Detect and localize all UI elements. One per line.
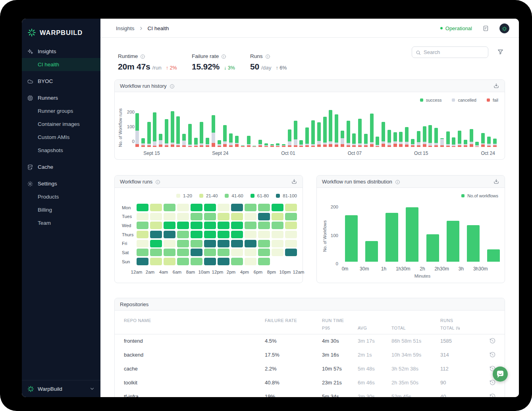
- sidebar-nav: InsightsCI healthBYOCRunnersRunner group…: [22, 45, 100, 230]
- legend-item-81-100: 81-100: [276, 193, 297, 198]
- heatmap-cell: [191, 240, 202, 247]
- info-icon[interactable]: [221, 54, 226, 59]
- sidebar-item-custom-amis[interactable]: Custom AMIs: [22, 131, 100, 144]
- bar-segment-success: [329, 110, 332, 141]
- heatmap-cell: [245, 258, 256, 265]
- legend-label: cancelled: [458, 98, 476, 102]
- bar-segment-success: [428, 125, 432, 143]
- bar-segment-success: [364, 134, 368, 144]
- bar-segment-fail: [335, 145, 338, 147]
- docs-icon[interactable]: [482, 25, 489, 32]
- history-icon[interactable]: [489, 338, 496, 344]
- card-header: Workflow run history: [115, 80, 505, 92]
- sidebar-item-products[interactable]: Products: [22, 190, 100, 203]
- heatmap-cell: [231, 258, 243, 265]
- heatmap-legend: 1-2021-4041-6061-8081-100: [176, 193, 297, 198]
- sidebar-item-settings[interactable]: Settings: [22, 177, 100, 190]
- y-tick: 200: [329, 204, 338, 210]
- heatmap-cell: [285, 204, 297, 211]
- heatmap-cell: [137, 258, 148, 265]
- bar-segment-fail: [294, 145, 297, 147]
- table-row[interactable]: tf-infra19%5m 34s2m 30s52m 45s40: [115, 390, 505, 397]
- filter-icon[interactable]: [497, 48, 504, 55]
- heatmap-cell: [191, 258, 202, 265]
- app-logo-text: WARPBUILD: [40, 29, 83, 37]
- export-icon[interactable]: [291, 178, 297, 185]
- sidebar-item-runners[interactable]: Runners: [22, 91, 100, 104]
- breadcrumb-insights[interactable]: Insights: [116, 25, 135, 31]
- table-row[interactable]: frontend4.5%4m 30s3m 17s86h 58m 51s1585: [115, 334, 505, 348]
- cell-name: tf-infra: [124, 390, 139, 397]
- bar-segment-success: [247, 136, 251, 144]
- heatmap-row-wed: Wed: [122, 222, 297, 229]
- heatmap-row-label: Thurs: [122, 232, 137, 237]
- history-bar: [241, 145, 245, 147]
- heatmap-row-fri: Fri: [122, 240, 297, 247]
- cell-p95: 5m 34s: [322, 390, 339, 397]
- sidebar-item-container-images[interactable]: Container images: [22, 118, 100, 131]
- history-icon[interactable]: [489, 351, 496, 358]
- search-input[interactable]: [424, 49, 484, 55]
- bar-segment-cancelled: [212, 133, 215, 143]
- heatmap-col-label: 10pm: [279, 270, 291, 274]
- history-bar: [376, 137, 379, 147]
- sidebar-item-insights[interactable]: Insights: [22, 45, 100, 58]
- bar-segment-success: [376, 137, 379, 145]
- heatmap-cell: [177, 213, 189, 220]
- table-row[interactable]: backend17.5%3m 16s2m 1s10h 34m 59s314: [115, 348, 505, 362]
- col-header-run-time: RUN TIME: [322, 318, 344, 323]
- heatmap-cell: [137, 222, 148, 229]
- info-icon[interactable]: [395, 179, 400, 184]
- history-bar: [200, 122, 203, 147]
- stat-runtime: Runtime 20m 47s /run ↑ 2%: [118, 53, 177, 71]
- legend-swatch: [276, 194, 280, 198]
- history-icon[interactable]: [489, 393, 496, 397]
- bar-segment-fail: [241, 146, 245, 147]
- bar-segment-fail: [458, 145, 461, 147]
- heatmap-cell: [272, 240, 283, 247]
- legend-swatch: [461, 194, 465, 197]
- cell-avg: 5m 48s: [358, 362, 375, 376]
- chat-widget-button[interactable]: [493, 367, 508, 382]
- heatmap-cells: [137, 249, 297, 256]
- search-box: [412, 46, 488, 58]
- sidebar-item-billing[interactable]: Billing: [22, 203, 100, 216]
- heatmap-cell: [218, 249, 229, 256]
- export-icon[interactable]: [493, 178, 499, 185]
- sidebar-item-snapshots[interactable]: Snapshots: [22, 144, 100, 157]
- bar-segment-fail: [218, 146, 221, 147]
- sidebar-item-cache[interactable]: Cache: [22, 160, 100, 174]
- info-icon[interactable]: [155, 179, 160, 184]
- sort-descending-icon[interactable]: [455, 325, 461, 330]
- status-dot-icon: [440, 27, 443, 29]
- heatmap-cell: [137, 204, 148, 211]
- avatar[interactable]: [499, 23, 509, 33]
- bar-segment-fail: [253, 147, 256, 147]
- stat-value: 20m 47s: [118, 62, 150, 71]
- export-icon[interactable]: [493, 83, 499, 89]
- heatmap-cell: [245, 231, 256, 238]
- legend-item-1-20: 1-20: [176, 193, 192, 198]
- app-logo: WARPBUILD: [27, 28, 83, 37]
- sidebar-item-byoc[interactable]: BYOC: [22, 75, 100, 88]
- heatmap-cell: [150, 240, 162, 247]
- bar-segment-fail: [305, 145, 309, 147]
- history-bar: [311, 120, 315, 147]
- sidebar-item-label: Snapshots: [38, 147, 63, 153]
- sidebar-item-team[interactable]: Team: [22, 216, 100, 230]
- sidebar-item-ci-health[interactable]: CI health: [22, 58, 100, 71]
- info-icon[interactable]: [170, 83, 175, 89]
- table-row[interactable]: cache2.2%10m 57s5m 48s3h 52m 38s112: [115, 362, 505, 376]
- legend-label: 41-60: [231, 193, 243, 198]
- workspace-switcher[interactable]: WarpBuild: [22, 380, 100, 397]
- info-icon[interactable]: [140, 54, 145, 59]
- history-bar: [305, 127, 309, 147]
- heatmap-cell: [150, 258, 162, 265]
- table-row[interactable]: toolkit40.8%23m 21s6m 46s2h 35m 50s90: [115, 376, 505, 390]
- bar-segment-success: [165, 119, 168, 143]
- bar-segment-success: [294, 121, 297, 139]
- info-icon[interactable]: [265, 54, 270, 59]
- stat-delta: ↑ 2%: [166, 65, 177, 71]
- history-legend: successcancelledfail: [420, 98, 498, 102]
- sidebar-item-runner-groups[interactable]: Runner groups: [22, 104, 100, 118]
